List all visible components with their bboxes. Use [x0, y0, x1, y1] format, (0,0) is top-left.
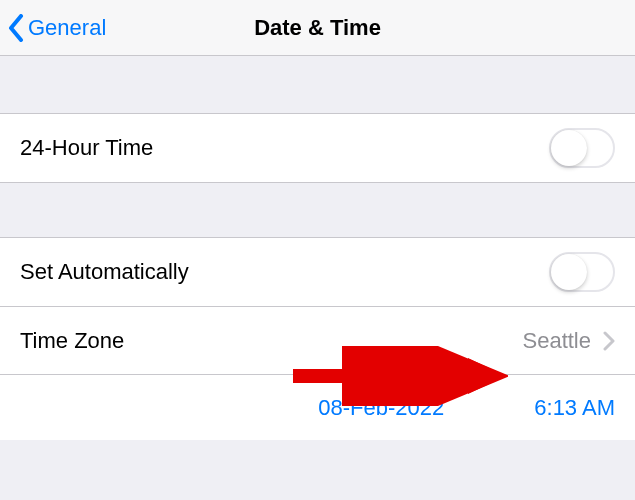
toggle-set-automatically[interactable] — [549, 252, 615, 292]
row-set-automatically[interactable]: Set Automatically — [0, 238, 635, 306]
row-date-time-picker: 08-Feb-2022 6:13 AM — [0, 374, 635, 440]
date-picker-value[interactable]: 08-Feb-2022 — [318, 395, 444, 421]
back-label: General — [28, 15, 106, 41]
chevron-left-icon — [8, 14, 24, 42]
time-zone-value: Seattle — [523, 328, 592, 354]
toggle-knob — [551, 130, 587, 166]
toggle-knob — [551, 254, 587, 290]
back-button[interactable]: General — [0, 14, 106, 42]
row-value-container: Seattle — [523, 328, 616, 354]
row-24-hour-time[interactable]: 24-Hour Time — [0, 114, 635, 182]
row-label: 24-Hour Time — [20, 135, 153, 161]
section-gap — [0, 182, 635, 238]
row-label: Set Automatically — [20, 259, 189, 285]
toggle-24-hour[interactable] — [549, 128, 615, 168]
navigation-bar: General Date & Time — [0, 0, 635, 56]
time-picker-value[interactable]: 6:13 AM — [534, 395, 615, 421]
chevron-right-icon — [603, 331, 615, 351]
section-gap — [0, 56, 635, 114]
row-label: Time Zone — [20, 328, 124, 354]
row-time-zone[interactable]: Time Zone Seattle — [0, 306, 635, 374]
